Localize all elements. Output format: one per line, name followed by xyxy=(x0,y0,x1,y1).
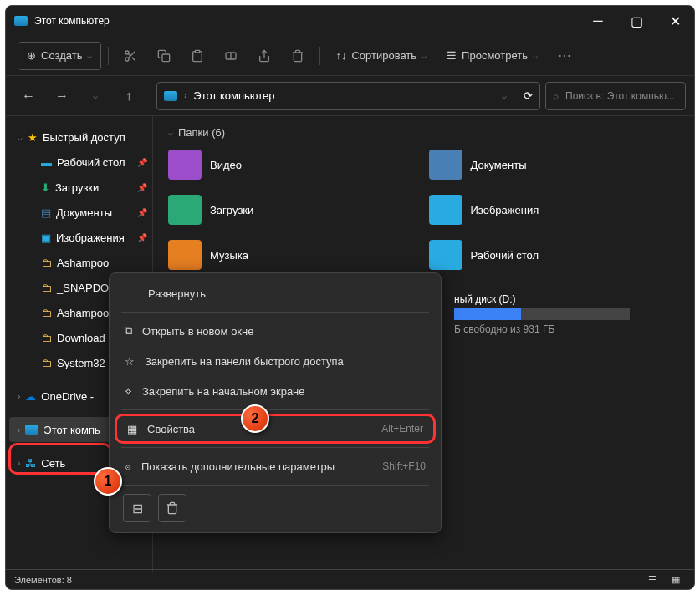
copy-button[interactable] xyxy=(149,42,179,70)
toolbar: ⊕ Создать ⌵ ↑↓ Сортировать ⌵ ☰ Просмотре… xyxy=(6,36,694,76)
view-icon: ☰ xyxy=(447,49,457,62)
desktop-icon: ▬ xyxy=(41,156,52,169)
ctx-unpin-button[interactable]: ⊟ xyxy=(123,494,151,522)
star-outline-icon: ☆ xyxy=(125,355,135,368)
up-button[interactable]: ↑ xyxy=(115,82,143,110)
folder-downloads[interactable]: Загрузки xyxy=(168,192,419,227)
refresh-button[interactable]: ⟳ xyxy=(524,89,533,102)
star-icon: ★ xyxy=(28,131,38,144)
cut-button[interactable] xyxy=(115,42,146,70)
pc-icon xyxy=(14,16,28,26)
highlight-1 xyxy=(8,443,112,475)
ctx-pin-start[interactable]: ⟡Закрепить на начальном экране xyxy=(115,376,436,406)
sort-icon: ↑↓ xyxy=(335,49,346,62)
svg-rect-3 xyxy=(196,50,200,53)
pin-icon: 📌 xyxy=(137,158,147,167)
delete-button[interactable] xyxy=(283,42,313,70)
open-icon: ⧉ xyxy=(125,324,132,338)
back-button[interactable]: ← xyxy=(14,82,43,110)
sidebar-item[interactable]: ▬Рабочий стол📌 xyxy=(6,150,152,175)
callout-2: 2 xyxy=(241,404,269,433)
minimize-button[interactable]: ─ xyxy=(579,6,617,36)
document-icon: ▤ xyxy=(41,206,51,219)
maximize-button[interactable]: ▢ xyxy=(617,6,656,36)
view-list-button[interactable]: ☰ xyxy=(642,573,662,587)
address-bar[interactable]: › Этот компьютер ⌵ ⟳ xyxy=(156,82,540,110)
callout-1: 1 xyxy=(94,467,122,496)
titlebar: Этот компьютер ─ ▢ ✕ xyxy=(6,6,694,36)
sidebar-quick-access[interactable]: ⌵ ★ Быстрый доступ xyxy=(6,125,152,150)
folder-video[interactable]: Видео xyxy=(168,147,419,182)
pin-icon: 📌 xyxy=(137,183,147,192)
close-button[interactable]: ✕ xyxy=(656,6,694,36)
sidebar-item[interactable]: ▤Документы📌 xyxy=(6,200,152,225)
svg-point-0 xyxy=(125,51,129,54)
sort-button[interactable]: ↑↓ Сортировать ⌵ xyxy=(327,42,435,70)
view-grid-button[interactable]: ▦ xyxy=(666,573,686,587)
share-button[interactable] xyxy=(249,42,279,70)
view-button[interactable]: ☰ Просмотреть ⌵ xyxy=(438,42,546,70)
plus-icon: ⊕ xyxy=(27,49,36,62)
window-title: Этот компьютер xyxy=(34,15,110,27)
paste-button[interactable] xyxy=(182,42,212,70)
cloud-icon: ☁ xyxy=(25,390,36,403)
pc-icon xyxy=(25,425,38,435)
navbar: ← → ⌵ ↑ › Этот компьютер ⌵ ⟳ ⌕ Поиск в: … xyxy=(6,76,694,116)
chevron-down-icon: ⌵ xyxy=(422,51,427,60)
ctx-delete-button[interactable] xyxy=(158,494,186,522)
ctx-expand[interactable]: Развернуть xyxy=(115,278,436,308)
search-input[interactable]: ⌕ Поиск в: Этот компью... xyxy=(545,82,686,110)
ctx-pin-quick[interactable]: ☆Закрепить на панели быстрого доступа xyxy=(115,346,436,376)
svg-point-1 xyxy=(125,58,129,61)
rename-button[interactable] xyxy=(216,42,246,70)
ctx-properties[interactable]: ▦СвойстваAlt+Enter xyxy=(115,414,436,444)
svg-rect-2 xyxy=(162,54,170,62)
folder-icon: 🗀 xyxy=(41,282,52,294)
ctx-more-options[interactable]: ⟐Показать дополнительные параметрыShift+… xyxy=(115,451,436,481)
folder-desktop[interactable]: Рабочий стол xyxy=(429,237,680,272)
pin-icon: ⟡ xyxy=(125,384,132,398)
drive-d[interactable]: ный диск (D:) Б свободно из 931 ГБ xyxy=(454,293,655,335)
folder-icon: 🗀 xyxy=(41,257,52,269)
sidebar-item[interactable]: ▣Изображения📌 xyxy=(6,225,152,250)
statusbar: Элементов: 8 ☰ ▦ xyxy=(6,569,694,589)
more-icon: ⟐ xyxy=(125,460,131,473)
folder-icon: 🗀 xyxy=(41,307,52,319)
folder-music[interactable]: Музыка xyxy=(168,237,419,272)
section-title[interactable]: ⌵Папки (6) xyxy=(168,126,679,139)
image-icon: ▣ xyxy=(41,231,51,244)
chevron-down-icon: ⌵ xyxy=(502,91,507,100)
sidebar-item[interactable]: ⬇Загрузки📌 xyxy=(6,175,152,200)
folder-icon: 🗀 xyxy=(41,332,52,344)
search-icon: ⌕ xyxy=(553,90,559,102)
sidebar-item[interactable]: 🗀Ashampoo xyxy=(6,250,152,275)
recent-button[interactable]: ⌵ xyxy=(81,82,110,110)
more-button[interactable]: ⋯ xyxy=(549,42,580,70)
folder-images[interactable]: Изображения xyxy=(429,192,680,227)
pin-icon: 📌 xyxy=(137,208,147,217)
download-icon: ⬇ xyxy=(41,181,50,194)
forward-button[interactable]: → xyxy=(48,82,76,110)
properties-icon: ▦ xyxy=(127,423,137,435)
context-menu: Развернуть ⧉Открыть в новом окне ☆Закреп… xyxy=(109,272,442,533)
chevron-down-icon: ⌵ xyxy=(533,51,538,60)
folder-documents[interactable]: Документы xyxy=(429,147,680,182)
create-button[interactable]: ⊕ Создать ⌵ xyxy=(18,42,101,70)
pin-icon: 📌 xyxy=(137,233,147,242)
ctx-open-new-window[interactable]: ⧉Открыть в новом окне xyxy=(115,316,436,346)
folder-icon: 🗀 xyxy=(41,357,52,369)
pc-icon xyxy=(164,91,177,101)
chevron-down-icon: ⌵ xyxy=(87,51,92,60)
